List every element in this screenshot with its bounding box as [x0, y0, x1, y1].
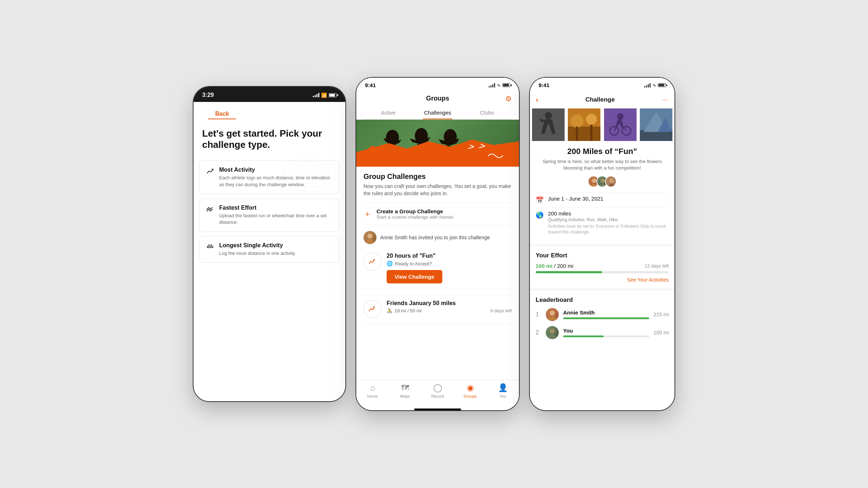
nav-record[interactable]: ◯ Record: [421, 383, 454, 398]
svg-rect-5: [207, 246, 213, 248]
svg-point-14: [367, 234, 373, 239]
svg-point-32: [601, 179, 605, 183]
days-left-2: 9 days left: [490, 308, 512, 313]
leaderboard-row-2[interactable]: 2 You 100 mi: [536, 326, 669, 339]
your-effort-section: Your Effort 100 mi / 200 mi 12 days left…: [530, 244, 675, 288]
participants-row: [536, 176, 669, 187]
photo-autumn: [567, 108, 601, 141]
svg-point-20: [586, 114, 597, 125]
wifi-icon: 📶: [321, 93, 327, 98]
photo-mountain: [639, 108, 673, 141]
lb-avatar-you: [546, 326, 559, 339]
effort-progress-bar: [536, 271, 669, 273]
lb-fill-2: [563, 335, 604, 337]
more-options-button[interactable]: ⋯: [661, 95, 669, 104]
svg-rect-18: [568, 127, 600, 141]
create-challenge-row[interactable]: ＋ Create a Group Challenge Start a custo…: [363, 203, 512, 225]
nav-you-label: You: [499, 394, 506, 398]
signal-icon: [313, 93, 319, 97]
svg-point-10: [368, 146, 377, 155]
effort-progress-fill: [536, 271, 602, 273]
view-challenge-button[interactable]: View Challenge: [387, 270, 442, 283]
most-activity-icon: [206, 167, 214, 177]
challenge-card-2[interactable]: Friends January 50 miles 🚴 18 mi / 50 mi…: [363, 295, 512, 324]
globe-icon-2: 🌎: [536, 211, 544, 219]
option-title-2: Fastest Effort: [219, 205, 333, 211]
battery-icon-3: [658, 83, 666, 87]
svg-point-3: [301, 169, 318, 180]
lb-name-1: Annie Smith: [563, 309, 595, 316]
nav-maps[interactable]: 🗺 Maps: [389, 383, 421, 398]
challenge-photos: [530, 108, 675, 141]
see-activities-link[interactable]: See Your Activities: [536, 277, 669, 283]
svg-point-11: [379, 145, 390, 155]
date-row: 📅 June 1 - June 30, 2021: [536, 192, 669, 207]
challenge-card-1[interactable]: 20 hours of "Fun" 🌐 Ready to Accept? Vie…: [363, 248, 512, 289]
tab-active[interactable]: Active: [363, 106, 413, 119]
challenge-icon-2: [363, 300, 382, 318]
calendar-icon: 📅: [536, 196, 544, 204]
record-icon: ◯: [433, 383, 442, 393]
svg-point-33: [609, 179, 614, 183]
wifi-icon-2: ∿: [497, 83, 501, 88]
svg-point-2: [295, 165, 324, 183]
home-indicator: [414, 408, 461, 410]
leaderboard-section: Leaderboard 1 Annie Smith: [530, 288, 675, 350]
create-title: Create a Group Challenge: [376, 208, 453, 214]
nav-you[interactable]: 👤 You: [486, 383, 519, 398]
svg-point-13: [379, 154, 388, 163]
photo-runner: [531, 108, 566, 141]
signal-icon-2: [489, 83, 495, 87]
lb-bar-1: [563, 317, 649, 319]
groups-icon: ◉: [467, 383, 474, 393]
back-button[interactable]: Back: [208, 107, 236, 119]
rank-2: 2: [536, 329, 541, 336]
battery-icon-2: [502, 83, 510, 87]
invite-text: Annie Smith has invited you to join this…: [380, 235, 490, 240]
lb-miles-2: 100 mi: [654, 330, 669, 335]
distance-row: 🌎 200 miles Qualifying Activites: Run, W…: [536, 207, 669, 238]
tab-clubs[interactable]: Clubs: [462, 106, 512, 119]
option-desc-2: Upload the fastest run or wheelchair tim…: [219, 213, 333, 226]
maps-icon: 🗺: [401, 383, 409, 393]
svg-rect-22: [590, 125, 592, 141]
photo-cyclist: [603, 108, 638, 141]
fastest-effort-icon: [206, 205, 214, 215]
topo-watermark: [280, 145, 338, 203]
lb-bar-2: [563, 335, 649, 337]
challenge-distance: 200 miles: [548, 210, 669, 217]
total-miles: 200 mi: [557, 263, 573, 269]
wifi-icon-3: ∿: [652, 83, 656, 88]
challenge-title-2: Friends January 50 miles: [387, 300, 512, 307]
challenge-title-1: 20 hours of "Fun": [387, 253, 442, 259]
leaderboard-row-1[interactable]: 1 Annie Smith 215 mi: [536, 308, 669, 321]
home-icon: ⌂: [370, 383, 375, 393]
globe-icon: 🌐: [387, 261, 393, 266]
challenge-invite: Annie Smith has invited you to join this…: [363, 225, 512, 295]
challenge-description: Spring time is here, so what better way …: [536, 158, 669, 171]
battery-icon: [329, 93, 337, 97]
your-effort-title: Your Effort: [536, 252, 669, 259]
nav-groups[interactable]: ◉ Groups: [454, 383, 486, 398]
nav-home[interactable]: ⌂ Home: [356, 383, 389, 398]
invite-avatar: [363, 231, 376, 244]
settings-icon[interactable]: ⚙: [505, 94, 512, 103]
challenge-meta-2: 18 mi / 50 mi: [395, 308, 421, 313]
svg-point-12: [366, 154, 376, 164]
svg-point-19: [570, 115, 583, 128]
effort-separator: /: [554, 263, 557, 269]
plus-icon: ＋: [363, 209, 371, 219]
nav-record-label: Record: [431, 394, 444, 398]
status-time-2: 9:41: [365, 82, 376, 88]
back-arrow-button[interactable]: ‹: [536, 95, 539, 105]
days-left: 12 days left: [645, 263, 669, 269]
svg-point-34: [550, 311, 555, 316]
longest-activity-option[interactable]: Longest Single Activity Log the most dis…: [199, 236, 340, 263]
tab-challenges[interactable]: Challenges: [413, 106, 463, 119]
participant-avatar-3: [605, 176, 617, 187]
challenge-icon-1: [363, 253, 382, 271]
leaderboard-title: Leaderboard: [536, 296, 669, 304]
qualifying-activities: Qualifying Activites: Run, Walk, Hike: [548, 217, 669, 222]
nav-maps-label: Maps: [400, 394, 410, 398]
fastest-effort-option[interactable]: Fastest Effort Upload the fastest run or…: [199, 198, 340, 232]
